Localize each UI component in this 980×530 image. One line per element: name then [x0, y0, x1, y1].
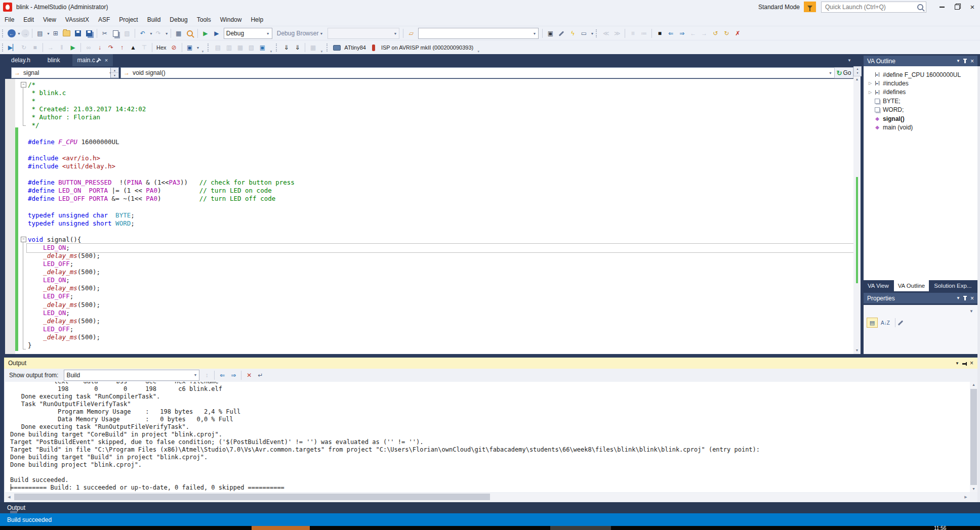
- menu-view[interactable]: View: [38, 16, 61, 23]
- show-next-statement-button[interactable]: →: [46, 42, 56, 53]
- window-position-icon[interactable]: ▼: [955, 361, 959, 366]
- tab-overflow-icon[interactable]: ▼: [847, 58, 851, 63]
- window-position-icon[interactable]: ▼: [956, 296, 960, 300]
- properties-object-combo[interactable]: ▼: [864, 306, 977, 316]
- outline-item[interactable]: ▷▸#defines: [864, 88, 977, 97]
- split-editor-handle[interactable]: ▲▼: [853, 66, 862, 76]
- document-tab-delay-h[interactable]: delay.h: [6, 54, 35, 66]
- clear-all-button[interactable]: ✕: [244, 370, 254, 380]
- hex-toggle-button[interactable]: Hex: [156, 45, 167, 51]
- refresh-forward-button[interactable]: ↻: [721, 28, 731, 38]
- navigate-forward-button[interactable]: →: [21, 29, 29, 37]
- scroll-left-icon[interactable]: ◀: [5, 493, 13, 501]
- code-editor[interactable]: − − /* * blink.c * * Created: 21.03.2017…: [5, 79, 856, 354]
- new-file-button[interactable]: ▤: [35, 28, 45, 38]
- solution-configuration-combo[interactable]: Debug▼: [224, 28, 272, 39]
- scroll-up-icon[interactable]: ▲: [970, 382, 977, 388]
- feedback-filter-button[interactable]: [804, 2, 816, 12]
- continue-button[interactable]: ▶▏: [8, 42, 18, 53]
- word-wrap-button[interactable]: ↵: [255, 370, 265, 380]
- nav-prev-button[interactable]: ←: [688, 28, 698, 38]
- taskbar-app-gray[interactable]: [550, 526, 611, 530]
- step-into-button[interactable]: ↓: [95, 42, 105, 53]
- tree-expander-icon[interactable]: ▷: [867, 81, 874, 85]
- stop-button[interactable]: ■: [30, 42, 40, 53]
- indicator-margin[interactable]: [5, 79, 15, 354]
- close-icon[interactable]: ×: [970, 295, 974, 302]
- build-output-area[interactable]: text data bss dec hex filename 198 0 0 1…: [5, 382, 970, 492]
- close-icon[interactable]: ×: [105, 57, 108, 63]
- menu-file[interactable]: File: [0, 16, 19, 23]
- chevron-down-icon[interactable]: ▼: [165, 32, 169, 35]
- find-in-files-button[interactable]: ▱: [406, 28, 416, 38]
- comment-button[interactable]: ≡: [628, 28, 638, 38]
- panel-tab-va-view[interactable]: VA View: [864, 280, 893, 291]
- close-button[interactable]: ×: [965, 2, 980, 13]
- selected-programmer-label[interactable]: ISP on AVRISP mkII (000200090393): [381, 45, 473, 51]
- memory-window-button[interactable]: ▥: [224, 42, 234, 53]
- restart-button[interactable]: ↻: [19, 42, 29, 53]
- disable-breakpoints-button[interactable]: ⊘: [169, 42, 179, 53]
- panel-tab-va-outline[interactable]: VA Outline: [894, 280, 929, 291]
- alphabetical-sort-button[interactable]: A↓Z: [881, 320, 890, 326]
- step-out-button[interactable]: ↑: [117, 42, 127, 53]
- minimize-button[interactable]: [934, 2, 950, 13]
- io-view-button[interactable]: ▣: [257, 42, 267, 53]
- outline-item[interactable]: ▸#define F_CPU 16000000UL: [864, 70, 977, 79]
- record-button[interactable]: ■: [655, 28, 665, 38]
- quick-launch-input[interactable]: [824, 3, 917, 11]
- processor-view-button[interactable]: ▣: [185, 42, 195, 53]
- scope-spinner[interactable]: ▲▼: [110, 67, 119, 78]
- disassembly-window-button[interactable]: ▧: [246, 42, 256, 53]
- programmer-tool-icon[interactable]: [369, 42, 379, 53]
- fuse-grid-button[interactable]: ▦: [308, 42, 318, 53]
- outline-item[interactable]: BYTE;: [864, 97, 977, 105]
- chevron-down-icon[interactable]: ▼: [17, 32, 21, 35]
- solution-explorer-button[interactable]: ▦: [174, 28, 184, 38]
- scroll-down-icon[interactable]: ▼: [970, 486, 977, 492]
- pin-icon[interactable]: [964, 60, 966, 63]
- debug-browser-dropdown[interactable]: Debug Browser▼: [274, 30, 326, 37]
- navigate-back-button[interactable]: ←: [8, 29, 16, 37]
- menu-vassistx[interactable]: VAssistX: [61, 16, 94, 23]
- menu-asf[interactable]: ASF: [94, 16, 114, 23]
- close-icon[interactable]: ×: [970, 360, 973, 367]
- run-to-cursor-button[interactable]: ▲: [128, 42, 138, 53]
- find-combo[interactable]: ▼: [418, 28, 539, 39]
- pin-icon[interactable]: [96, 59, 100, 62]
- start-without-debugging-button[interactable]: ▶: [212, 28, 222, 38]
- increase-indent-button[interactable]: ≫: [612, 28, 622, 38]
- toolbar-grip[interactable]: [2, 43, 5, 52]
- run-button[interactable]: ▶: [68, 42, 78, 53]
- scope-combo[interactable]: →signal ▼: [11, 67, 115, 78]
- start-debugging-button[interactable]: ▶: [200, 28, 211, 38]
- menu-debug[interactable]: Debug: [165, 16, 192, 23]
- delete-bookmarks-button[interactable]: ✗: [732, 28, 743, 38]
- output-hscrollbar[interactable]: ◀ ▶: [5, 493, 970, 501]
- step-over-button[interactable]: ↷: [106, 42, 116, 53]
- goto-prev-message-button[interactable]: ⇐: [217, 370, 227, 380]
- bookmark-prev-button[interactable]: ⇐: [666, 28, 676, 38]
- scroll-thumb[interactable]: [970, 389, 977, 485]
- document-tab-main-c[interactable]: main.c×: [72, 54, 113, 66]
- break-all-button[interactable]: ‖: [57, 42, 67, 53]
- close-icon[interactable]: ×: [970, 58, 974, 65]
- chevron-down-icon[interactable]: ▼: [47, 32, 50, 35]
- outline-item[interactable]: WORD;: [864, 106, 977, 114]
- copy-button[interactable]: [111, 28, 121, 38]
- menu-project[interactable]: Project: [114, 16, 142, 23]
- toolbar-grip[interactable]: [2, 29, 5, 37]
- member-combo[interactable]: →void signal() ▼: [120, 67, 835, 78]
- menu-tools[interactable]: Tools: [192, 16, 216, 23]
- va-outline-tree[interactable]: ▸#define F_CPU 16000000UL▷▸#includes▷▸#d…: [864, 66, 977, 280]
- register-window-button[interactable]: ▦: [235, 42, 245, 53]
- menu-help[interactable]: Help: [246, 16, 268, 23]
- bookmark-next-button[interactable]: ⇒: [677, 28, 687, 38]
- device-chip-icon[interactable]: [332, 42, 342, 53]
- output-vscrollbar[interactable]: ▲ ▼: [970, 382, 977, 492]
- outline-item[interactable]: ▷▸#includes: [864, 79, 977, 87]
- device-tools-button[interactable]: [556, 28, 566, 38]
- categorized-button[interactable]: ▤: [867, 318, 878, 328]
- watch-window-button[interactable]: ▤: [213, 42, 223, 53]
- goto-next-message-button[interactable]: ⇒: [228, 370, 238, 380]
